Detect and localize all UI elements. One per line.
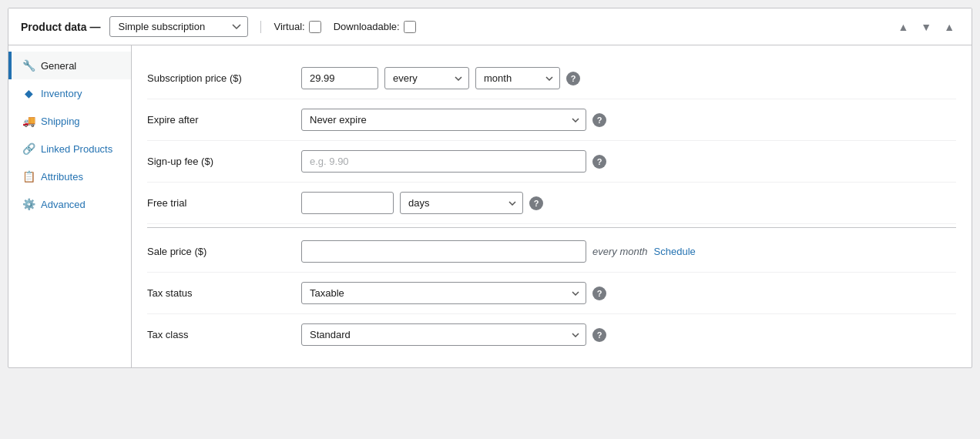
attributes-icon: 📋 <box>22 170 35 183</box>
panel-body: 🔧 General ◆ Inventory 🚚 Shipping 🔗 Linke… <box>8 45 972 367</box>
sale-price-row: Sale price ($) every month Schedule <box>147 231 956 273</box>
expire-after-label: Expire after <box>147 114 301 126</box>
sidebar-label-attributes: Attributes <box>41 171 83 183</box>
days-select[interactable]: days weeks months years <box>400 192 523 214</box>
sidebar-item-inventory[interactable]: ◆ Inventory <box>8 79 131 107</box>
downloadable-label[interactable]: Downloadable: <box>334 21 416 33</box>
free-trial-input[interactable] <box>301 192 394 214</box>
tax-status-help-icon[interactable]: ? <box>592 287 606 300</box>
link-icon: 🔗 <box>22 142 35 155</box>
shipping-icon: 🚚 <box>22 115 35 127</box>
downloadable-checkbox[interactable] <box>404 21 416 33</box>
panel-header: Product data — Simple subscription Virtu… <box>8 8 972 45</box>
free-trial-label: Free trial <box>147 197 301 209</box>
tax-class-label: Tax class <box>147 329 301 340</box>
product-type-select[interactable]: Simple subscription <box>109 16 248 37</box>
nav-expand-button[interactable]: ▲ <box>939 18 959 36</box>
sidebar-label-inventory: Inventory <box>41 88 82 99</box>
gear-icon: ⚙️ <box>22 198 35 210</box>
section-divider <box>147 227 956 228</box>
free-trial-help-icon[interactable]: ? <box>529 196 543 210</box>
sale-price-controls: every month Schedule <box>301 240 956 263</box>
sidebar-label-advanced: Advanced <box>41 199 86 210</box>
virtual-downloadable-group: Virtual: Downloadable: <box>260 21 415 33</box>
product-data-panel: Product data — Simple subscription Virtu… <box>8 8 972 368</box>
sidebar-item-linked-products[interactable]: 🔗 Linked Products <box>8 135 131 163</box>
inventory-icon: ◆ <box>22 87 35 99</box>
expire-help-icon[interactable]: ? <box>592 113 606 127</box>
tax-status-label: Tax status <box>147 287 301 299</box>
nav-up-button[interactable]: ▲ <box>893 18 913 36</box>
tax-class-help-icon[interactable]: ? <box>592 328 606 342</box>
signup-fee-label: Sign-up fee ($) <box>147 156 301 167</box>
virtual-label[interactable]: Virtual: <box>274 21 321 33</box>
signup-fee-row: Sign-up fee ($) ? <box>147 141 956 183</box>
tax-status-select[interactable]: Taxable Shipping only None <box>301 282 586 304</box>
sidebar-item-shipping[interactable]: 🚚 Shipping <box>8 107 131 135</box>
tax-status-row: Tax status Taxable Shipping only None ? <box>147 273 956 314</box>
sale-price-note: every month <box>592 246 648 257</box>
expire-after-row: Expire after Never expire 1 month 2 mont… <box>147 99 956 141</box>
sidebar-item-advanced[interactable]: ⚙️ Advanced <box>8 190 131 218</box>
subscription-price-row: Subscription price ($) every every 2 eve… <box>147 58 956 99</box>
tax-class-row: Tax class Standard Reduced rate Zero rat… <box>147 314 956 355</box>
subscription-price-controls: every every 2 every 3 day week month yea… <box>301 67 956 89</box>
every-select[interactable]: every every 2 every 3 <box>384 67 469 89</box>
tax-status-controls: Taxable Shipping only None ? <box>301 282 956 304</box>
nav-down-button[interactable]: ▼ <box>916 18 936 36</box>
subscription-price-label: Subscription price ($) <box>147 72 301 84</box>
sidebar-item-attributes[interactable]: 📋 Attributes <box>8 163 131 190</box>
sidebar-label-linked-products: Linked Products <box>41 143 112 155</box>
sidebar-item-general[interactable]: 🔧 General <box>8 52 131 79</box>
signup-fee-help-icon[interactable]: ? <box>592 155 606 169</box>
sale-price-input[interactable] <box>301 240 586 263</box>
tax-class-controls: Standard Reduced rate Zero rate ? <box>301 323 956 346</box>
subscription-price-help-icon[interactable]: ? <box>566 72 580 85</box>
main-content: Subscription price ($) every every 2 eve… <box>132 45 972 367</box>
panel-title: Product data — <box>21 21 100 33</box>
sidebar-label-shipping: Shipping <box>41 116 80 127</box>
sidebar: 🔧 General ◆ Inventory 🚚 Shipping 🔗 Linke… <box>8 45 132 367</box>
month-select[interactable]: day week month year <box>475 67 560 89</box>
virtual-checkbox[interactable] <box>309 21 321 33</box>
sale-price-label: Sale price ($) <box>147 246 301 257</box>
subscription-price-input[interactable] <box>301 67 378 89</box>
free-trial-row: Free trial days weeks months years ? <box>147 183 956 224</box>
sidebar-label-general: General <box>41 60 76 72</box>
signup-fee-input[interactable] <box>301 150 586 173</box>
signup-fee-controls: ? <box>301 150 956 173</box>
wrench-icon: 🔧 <box>22 59 35 72</box>
expire-select[interactable]: Never expire 1 month 2 months 3 months 6… <box>301 109 586 131</box>
panel-nav-buttons: ▲ ▼ ▲ <box>893 18 959 36</box>
tax-class-select[interactable]: Standard Reduced rate Zero rate <box>301 323 586 346</box>
schedule-link[interactable]: Schedule <box>654 246 696 257</box>
expire-after-controls: Never expire 1 month 2 months 3 months 6… <box>301 109 956 131</box>
free-trial-controls: days weeks months years ? <box>301 192 956 214</box>
